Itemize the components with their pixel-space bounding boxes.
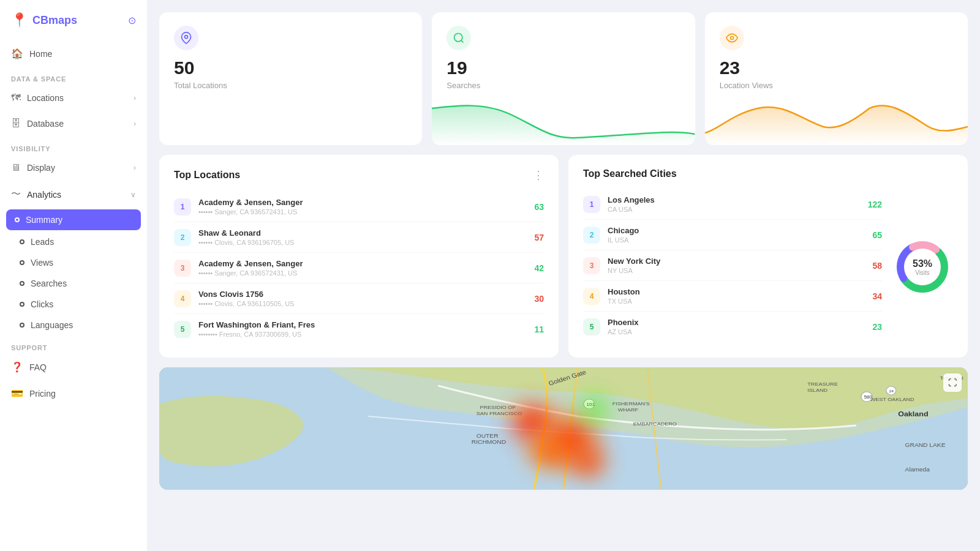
sidebar-item-locations[interactable]: 🗺 Locations › [0, 85, 147, 111]
views-stat-icon [720, 26, 744, 50]
sidebar-item-pricing[interactable]: 💳 Pricing [0, 380, 147, 407]
top-locations-title: Top Locations [174, 170, 240, 181]
more-options-icon[interactable]: ⋮ [533, 168, 544, 182]
sidebar-item-leads[interactable]: Leads [0, 231, 147, 252]
svg-text:RICHMOND: RICHMOND [472, 439, 506, 445]
sidebar-item-pricing-label: Pricing [29, 389, 56, 399]
views-chart [705, 96, 968, 145]
dot-languages [20, 323, 24, 328]
sidebar-item-leads-label: Leads [31, 237, 54, 247]
sidebar-item-database[interactable]: 🗄 Database › [0, 111, 147, 137]
location-score-5: 11 [534, 324, 544, 334]
location-name-2: Shaw & Leonard [198, 228, 527, 238]
city-sub-3: NY USA [608, 267, 865, 274]
fullscreen-button[interactable]: ⛶ [943, 373, 962, 392]
sidebar-item-summary[interactable]: Summary [6, 209, 141, 230]
svg-text:TREASURE: TREASURE [807, 381, 838, 387]
rank-badge-1: 1 [174, 198, 191, 216]
top-cities-card: Top Searched Cities 1 Los Angeles CA USA… [568, 155, 968, 358]
city-rank-5: 5 [583, 318, 600, 335]
middle-row: Top Locations ⋮ 1 Academy & Jensen, Sang… [159, 155, 968, 358]
map-background: Golden Gate PRESIDIO OF SAN FRANCISCO FI… [159, 367, 968, 490]
svg-text:GRAND LAKE: GRAND LAKE [905, 442, 946, 448]
map-card: Golden Gate PRESIDIO OF SAN FRANCISCO FI… [159, 367, 968, 490]
sidebar-item-summary-label: Summary [26, 215, 62, 225]
location-address-3: •••••• Sanger, CA 936572431, US [198, 269, 527, 277]
sidebar-item-analytics[interactable]: 〜 Analytics ∨ [0, 181, 147, 208]
faq-icon: ❓ [11, 361, 23, 373]
svg-point-2 [730, 37, 733, 40]
svg-text:24: 24 [889, 389, 894, 393]
sidebar-item-locations-label: Locations [27, 93, 64, 103]
city-sub-2: IL USA [608, 236, 865, 244]
searches-stat-icon [447, 26, 471, 50]
locations-stat-value: 50 [174, 58, 407, 78]
location-address-2: •••••• Clovis, CA 936196705, US [198, 239, 527, 246]
display-icon: 🖥 [11, 162, 21, 173]
location-item-4: 4 Vons Clovis 1756 •••••• Clovis, CA 936… [174, 283, 544, 314]
city-score-3: 58 [872, 261, 882, 271]
home-icon: 🏠 [11, 48, 23, 59]
logo-pin-icon: 📍 [11, 12, 28, 28]
sidebar: 📍 CBmaps ⊙ 🏠 Home DATA & SPACE 🗺 Locatio… [0, 0, 147, 551]
svg-text:FISHERMAN'S: FISHERMAN'S [612, 401, 650, 407]
location-name-5: Fort Washington & Friant, Fres [198, 320, 527, 329]
city-item-2: 2 Chicago IL USA 65 [583, 220, 882, 250]
dot-searches [20, 281, 24, 286]
analytics-sub-menu: Summary Leads Views Searches Clicks Lang… [0, 208, 147, 335]
svg-text:580: 580 [864, 394, 872, 399]
city-name-4: Houston [608, 287, 865, 296]
svg-text:WHARF: WHARF [618, 407, 638, 413]
sidebar-item-views[interactable]: Views [0, 252, 147, 273]
sidebar-item-views-label: Views [31, 258, 53, 268]
city-score-1: 122 [868, 200, 882, 209]
svg-text:Alameda: Alameda [905, 467, 930, 473]
location-item-1: 1 Academy & Jensen, Sanger •••••• Sanger… [174, 192, 544, 222]
location-name-3: Academy & Jensen, Sanger [198, 259, 527, 268]
heat-blob-3 [527, 435, 570, 468]
sidebar-item-searches[interactable]: Searches [0, 273, 147, 294]
locations-chart [159, 96, 422, 145]
svg-text:WEST OAKLAND: WEST OAKLAND [870, 397, 914, 402]
city-item-3: 3 New York City NY USA 58 [583, 250, 882, 281]
sidebar-item-clicks[interactable]: Clicks [0, 294, 147, 315]
sidebar-item-languages[interactable]: Languages [0, 315, 147, 335]
city-name-3: New York City [608, 257, 865, 266]
city-sub-5: AZ USA [608, 328, 865, 335]
location-address-1: •••••• Sanger, CA 936572431, US [198, 208, 527, 216]
sidebar-item-home[interactable]: 🏠 Home [0, 40, 147, 67]
location-item-2: 2 Shaw & Leonard •••••• Clovis, CA 93619… [174, 222, 544, 253]
city-sub-1: CA USA [608, 206, 861, 213]
searches-chart [432, 96, 695, 145]
searches-stat-label: Searches [447, 81, 680, 90]
rank-badge-4: 4 [174, 290, 191, 307]
city-score-5: 23 [872, 322, 882, 332]
settings-icon[interactable]: ⊙ [128, 15, 136, 26]
donut-chart: 53% Visits [892, 189, 953, 344]
svg-text:OUTER: OUTER [477, 433, 499, 439]
city-sub-4: TX USA [608, 298, 865, 305]
sidebar-item-display[interactable]: 🖥 Display › [0, 155, 147, 181]
heat-blob-4 [570, 447, 606, 478]
donut-percentage: 53% [913, 258, 932, 269]
sidebar-item-home-label: Home [29, 49, 52, 59]
city-score-4: 34 [872, 291, 882, 301]
location-name-4: Vons Clovis 1756 [198, 290, 527, 299]
section-label-data: DATA & SPACE [0, 67, 147, 85]
stat-card-locations: 50 Total Locations [159, 12, 422, 145]
sidebar-item-faq[interactable]: ❓ FAQ [0, 354, 147, 380]
donut-label: Visits [913, 269, 932, 276]
sidebar-item-clicks-label: Clicks [31, 299, 53, 309]
dot-leads [20, 239, 24, 244]
logo-area: 📍 CBmaps ⊙ [0, 0, 147, 40]
svg-text:EMBARCADERO: EMBARCADERO [633, 421, 677, 427]
dot-summary [15, 217, 20, 222]
chevron-right-icon: › [134, 94, 136, 102]
city-name-5: Phoenix [608, 318, 865, 327]
chevron-right-icon-3: › [134, 163, 136, 172]
top-locations-card: Top Locations ⋮ 1 Academy & Jensen, Sang… [159, 155, 559, 358]
stats-row: 50 Total Locations 19 Searches [159, 12, 968, 145]
locations-stat-icon [174, 26, 198, 50]
city-name-1: Los Angeles [608, 195, 861, 204]
analytics-icon: 〜 [11, 188, 21, 201]
